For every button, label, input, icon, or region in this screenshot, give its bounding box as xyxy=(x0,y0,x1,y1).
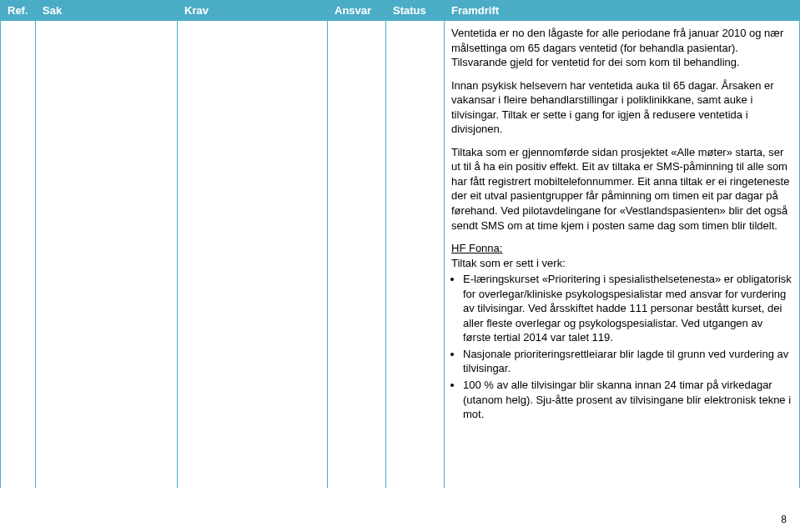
col-header-krav: Krav xyxy=(178,1,328,21)
cell-ref xyxy=(1,21,36,488)
col-header-ref: Ref. xyxy=(1,1,36,21)
table-header-row: Ref. Sak Krav Ansvar Status Framdrift xyxy=(1,1,800,21)
page-number: 8 xyxy=(781,514,787,525)
hf-fonna-bullets: E-læringskurset «Prioritering i spesiali… xyxy=(451,272,792,421)
hf-fonna-block: HF Fonna: Tiltak som er sett i verk: E-l… xyxy=(451,241,792,422)
list-item: E-læringskurset «Prioritering i spesiali… xyxy=(463,272,792,345)
hf-fonna-title: HF Fonna: xyxy=(451,242,502,254)
col-header-ansvar: Ansvar xyxy=(328,1,386,21)
cell-status xyxy=(386,21,445,488)
hf-fonna-sub: Tiltak som er sett i verk: xyxy=(451,257,566,269)
list-item: 100 % av alle tilvisingar blir skanna in… xyxy=(463,378,792,422)
cell-krav xyxy=(178,21,328,488)
status-table: Ref. Sak Krav Ansvar Status Framdrift Ve… xyxy=(0,0,800,488)
framdrift-p1: Ventetida er no den lågaste for alle per… xyxy=(451,26,792,70)
col-header-status: Status xyxy=(386,1,445,21)
col-header-sak: Sak xyxy=(36,1,178,21)
framdrift-p2: Innan psykisk helsevern har ventetida au… xyxy=(451,78,792,137)
table-row: Ventetida er no den lågaste for alle per… xyxy=(1,21,800,488)
col-header-framdrift: Framdrift xyxy=(445,1,800,21)
framdrift-p3: Tiltaka som er gjennomførde sidan prosje… xyxy=(451,145,792,233)
cell-ansvar xyxy=(328,21,386,488)
cell-framdrift: Ventetida er no den lågaste for alle per… xyxy=(445,21,800,488)
list-item: Nasjonale prioriteringsrettleiarar blir … xyxy=(463,347,792,376)
cell-sak xyxy=(36,21,178,488)
